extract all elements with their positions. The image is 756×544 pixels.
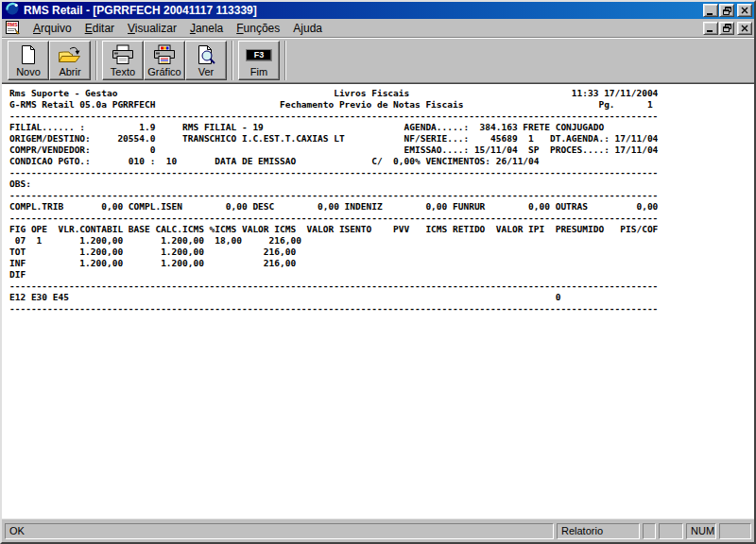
novo-label: Novo bbox=[16, 66, 41, 77]
rms-document-icon: RMS bbox=[5, 20, 22, 36]
title-bar: RMS Retail - [PGRRFECH 20041117 113339] bbox=[2, 2, 754, 19]
menu-item-funcoes[interactable]: Funções bbox=[230, 20, 286, 37]
mdi-close-icon bbox=[741, 25, 748, 32]
report-line: Rms Suporte - Gestao Livros Fiscais 11:3… bbox=[9, 88, 754, 99]
report-line: ORIGEM/DESTINO: 20554.0 TRANSCHICO I.C.E… bbox=[9, 133, 754, 144]
report-separator-line: ----------------------------------------… bbox=[9, 303, 754, 314]
print-graphic-icon bbox=[152, 43, 177, 66]
fim-label: Fim bbox=[250, 66, 267, 77]
status-panel-1 bbox=[643, 523, 656, 539]
report-line: COMPL.TRIB 0,00 COMPL.ISEN 0,00 DESC 0,0… bbox=[9, 201, 754, 212]
report-separator-line: ----------------------------------------… bbox=[9, 190, 754, 201]
fim-button[interactable]: F3 Fim bbox=[238, 41, 280, 80]
menu-item-visualizar[interactable]: Visualizar bbox=[121, 20, 183, 37]
report-line: 07 1 1.200,00 1.200,00 18,00 216,00 bbox=[9, 235, 754, 246]
app-window: RMS Retail - [PGRRFECH 20041117 113339] … bbox=[0, 0, 756, 544]
report-separator-line: ----------------------------------------… bbox=[9, 212, 754, 224]
report-line: COMPR/VENDEDOR: 0 EMISSAO....: 15/11/04 … bbox=[9, 144, 754, 156]
new-document-icon bbox=[19, 43, 38, 66]
report-body: Rms Suporte - Gestao Livros Fiscais 11:3… bbox=[2, 84, 754, 314]
toolbar-separator bbox=[95, 41, 97, 80]
novo-button[interactable]: Novo bbox=[8, 41, 49, 80]
window-title: RMS Retail - [PGRRFECH 20041117 113339] bbox=[24, 4, 702, 17]
status-panel-4 bbox=[719, 523, 751, 539]
minimize-icon bbox=[707, 7, 714, 15]
status-panel-2 bbox=[659, 523, 683, 539]
ver-button[interactable]: Ver bbox=[185, 41, 227, 80]
ver-label: Ver bbox=[198, 66, 215, 77]
report-line: FIG OPE VLR.CONTABIL BASE CALC.ICMS %ICM… bbox=[9, 224, 754, 235]
report-separator-line: ----------------------------------------… bbox=[9, 110, 754, 122]
mdi-restore-icon bbox=[723, 24, 731, 32]
grafico-button[interactable]: Gráfico bbox=[144, 41, 185, 80]
status-message: OK bbox=[5, 523, 554, 539]
open-folder-icon bbox=[58, 43, 82, 66]
menu-item-arquivo[interactable]: Arquivo bbox=[26, 20, 78, 37]
toolbar-separator bbox=[232, 41, 233, 80]
restore-button[interactable] bbox=[719, 4, 734, 17]
minimize-button[interactable] bbox=[703, 4, 718, 17]
mdi-restore-button[interactable] bbox=[719, 22, 734, 35]
report-line: OBS: bbox=[9, 178, 754, 190]
report-line: FILIAL...... : 1.9 RMS FILIAL - 19 AGEND… bbox=[9, 122, 754, 133]
report-line: TOT 1.200,00 1.200,00 216,00 bbox=[9, 246, 754, 258]
menu-item-editar[interactable]: Editar bbox=[78, 20, 121, 37]
toolbar-separator bbox=[284, 41, 286, 80]
report-line: DIF bbox=[9, 269, 754, 280]
status-panel-mode: Relatorio bbox=[557, 523, 640, 539]
menu-item-janela[interactable]: Janela bbox=[183, 20, 230, 37]
f3-key-icon: F3 bbox=[246, 49, 272, 61]
abrir-button[interactable]: Abrir bbox=[49, 41, 91, 80]
report-preview-area: Rms Suporte - Gestao Livros Fiscais 11:3… bbox=[2, 83, 754, 518]
status-bar: OK Relatorio NUM bbox=[2, 518, 754, 542]
report-line: CONDICAO PGTO.: 010 : 10 DATA DE EMISSAO… bbox=[9, 156, 754, 167]
mdi-close-button[interactable] bbox=[737, 22, 752, 35]
status-panel-num: NUM bbox=[686, 523, 716, 539]
grafico-label: Gráfico bbox=[147, 66, 180, 77]
mdi-minimize-button[interactable] bbox=[703, 22, 718, 35]
menu-bar: RMS Arquivo Editar Visualizar Janela Fun… bbox=[2, 19, 754, 38]
print-text-icon bbox=[111, 43, 135, 66]
close-icon bbox=[741, 7, 748, 14]
abrir-label: Abrir bbox=[59, 66, 80, 77]
svg-text:RMS: RMS bbox=[8, 22, 19, 27]
texto-label: Texto bbox=[111, 66, 135, 77]
report-line: G-RMS Retail 05.0a PGRRFECH Fechamento P… bbox=[9, 99, 754, 110]
mdi-minimize-icon bbox=[707, 24, 714, 32]
toolbar: Novo Abrir bbox=[2, 38, 754, 83]
menu-item-ajuda[interactable]: Ajuda bbox=[286, 20, 329, 37]
report-separator-line: ----------------------------------------… bbox=[9, 167, 754, 178]
restore-icon bbox=[723, 7, 731, 15]
close-button[interactable] bbox=[737, 4, 752, 17]
report-separator-line: ----------------------------------------… bbox=[9, 280, 754, 292]
report-line: INF 1.200,00 1.200,00 216,00 bbox=[9, 258, 754, 269]
texto-button[interactable]: Texto bbox=[102, 41, 144, 80]
report-line: E12 E30 E45 0 bbox=[9, 292, 754, 303]
preview-magnifier-icon bbox=[196, 43, 216, 66]
app-icon bbox=[5, 1, 20, 20]
